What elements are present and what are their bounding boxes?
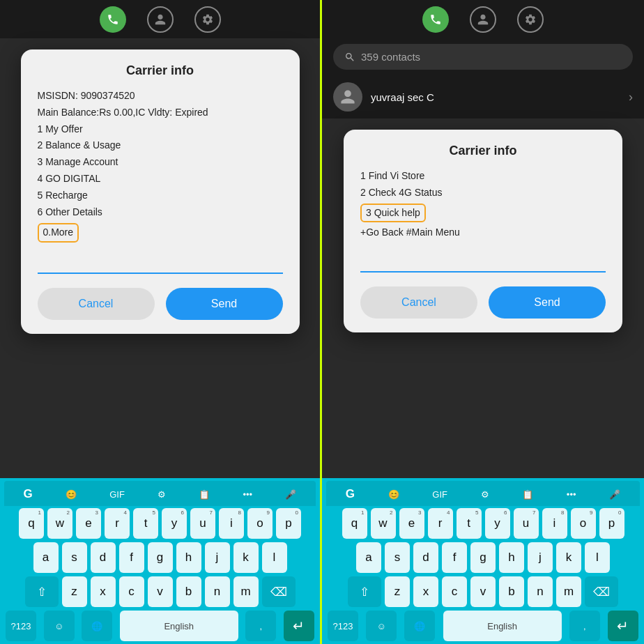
right-kb-r[interactable]: 4r — [428, 508, 453, 539]
left-kb-d[interactable]: d — [91, 542, 116, 573]
left-kb-g[interactable]: g — [148, 542, 173, 573]
left-kb-emoji-bottom[interactable]: ☺ — [44, 611, 75, 641]
left-contact-icon[interactable] — [147, 6, 174, 33]
left-kb-t[interactable]: 5t — [133, 508, 158, 539]
left-phone-icon[interactable] — [100, 6, 126, 33]
left-kb-s[interactable]: s — [62, 542, 87, 573]
left-kb-k[interactable]: k — [233, 542, 259, 573]
right-kb-y[interactable]: 6y — [485, 508, 510, 539]
right-kb-t[interactable]: 5t — [457, 508, 482, 539]
right-cancel-button[interactable]: Cancel — [360, 286, 477, 319]
left-kb-f[interactable]: f — [119, 542, 144, 573]
left-gear-icon[interactable] — [194, 6, 221, 33]
left-highlighted-option[interactable]: 0.More — [38, 223, 79, 243]
right-kb-shift[interactable]: ⇧ — [348, 576, 381, 607]
right-kb-g[interactable]: g — [470, 542, 496, 573]
left-kb-l[interactable]: l — [262, 542, 287, 573]
right-kb-h[interactable]: h — [499, 542, 524, 573]
right-kb-f[interactable]: f — [442, 542, 467, 573]
left-kb-u[interactable]: 7u — [190, 508, 215, 539]
right-kb-x[interactable]: x — [413, 576, 438, 607]
right-keyboard: G 😊 GIF ⚙ 📋 ••• 🎤 1q 2w 3e 4r 5t 6y 7u 8… — [322, 478, 644, 644]
right-kb-l[interactable]: l — [585, 542, 610, 573]
left-kb-b[interactable]: b — [176, 576, 201, 607]
left-kb-comma[interactable]: , — [245, 611, 276, 641]
left-kb-shift[interactable]: ⇧ — [25, 576, 59, 607]
left-kb-j[interactable]: j — [205, 542, 230, 573]
right-kb-e[interactable]: 3e — [399, 508, 424, 539]
left-kb-emoji[interactable]: 😊 — [62, 487, 80, 502]
right-kb-more[interactable]: ••• — [563, 487, 580, 502]
right-send-button[interactable]: Send — [489, 286, 606, 319]
right-kb-c[interactable]: c — [442, 576, 467, 607]
left-kb-q[interactable]: 1q — [19, 508, 44, 539]
right-kb-q[interactable]: 1q — [342, 508, 367, 539]
right-kb-clipboard[interactable]: 📋 — [519, 487, 537, 502]
right-kb-enter[interactable]: ↵ — [608, 611, 638, 641]
right-kb-globe[interactable]: 🌐 — [404, 611, 435, 641]
left-kb-google[interactable]: G — [20, 485, 36, 503]
left-dialog-input[interactable] — [38, 252, 283, 274]
left-kb-space[interactable]: English — [120, 611, 238, 641]
right-kb-d[interactable]: d — [413, 542, 438, 573]
right-kb-backspace[interactable]: ⌫ — [585, 576, 618, 607]
right-kb-m[interactable]: m — [556, 576, 581, 607]
left-kb-m[interactable]: m — [233, 576, 259, 607]
left-kb-gif[interactable]: GIF — [106, 487, 128, 502]
right-phone-icon[interactable] — [422, 6, 449, 33]
left-kb-mic[interactable]: 🎤 — [282, 487, 300, 502]
left-dialog-line-5: 3 Manage Account — [38, 154, 283, 171]
left-send-button[interactable]: Send — [166, 288, 283, 320]
left-kb-i[interactable]: 8i — [219, 508, 244, 539]
right-kb-settings[interactable]: ⚙ — [477, 487, 493, 502]
left-kb-p[interactable]: 0p — [276, 508, 301, 539]
right-contact-row[interactable]: yuvraaj sec C › — [322, 75, 644, 118]
right-kb-gif[interactable]: GIF — [429, 487, 451, 502]
right-kb-space[interactable]: English — [443, 611, 562, 641]
right-kb-google[interactable]: G — [342, 485, 358, 503]
left-kb-num-toggle[interactable]: ?123 — [6, 611, 36, 641]
right-dialog-input[interactable] — [360, 251, 606, 273]
right-gear-icon[interactable] — [517, 6, 544, 33]
left-kb-clipboard[interactable]: 📋 — [195, 487, 213, 502]
right-kb-j[interactable]: j — [528, 542, 553, 573]
left-kb-x[interactable]: x — [91, 576, 116, 607]
left-cancel-button[interactable]: Cancel — [38, 288, 155, 320]
right-kb-k[interactable]: k — [556, 542, 581, 573]
left-kb-z[interactable]: z — [62, 576, 87, 607]
left-kb-more[interactable]: ••• — [240, 487, 256, 502]
right-search-bar[interactable]: 359 contacts — [333, 44, 633, 70]
right-kb-v[interactable]: v — [470, 576, 496, 607]
right-kb-w[interactable]: 2w — [371, 508, 396, 539]
left-kb-a[interactable]: a — [33, 542, 59, 573]
left-kb-y[interactable]: 6y — [162, 508, 187, 539]
left-kb-n[interactable]: n — [205, 576, 230, 607]
right-kb-o[interactable]: 9o — [571, 508, 596, 539]
right-kb-u[interactable]: 7u — [514, 508, 539, 539]
left-kb-r[interactable]: 4r — [105, 508, 130, 539]
left-kb-h[interactable]: h — [176, 542, 201, 573]
left-kb-o[interactable]: 9o — [247, 508, 273, 539]
right-kb-p[interactable]: 0p — [599, 508, 624, 539]
left-kb-globe[interactable]: 🌐 — [82, 611, 112, 641]
right-kb-i[interactable]: 8i — [542, 508, 567, 539]
right-kb-num-toggle[interactable]: ?123 — [328, 611, 358, 641]
right-highlighted-option[interactable]: 3 Quick help — [360, 204, 426, 223]
right-kb-comma[interactable]: , — [569, 611, 600, 641]
right-kb-b[interactable]: b — [499, 576, 524, 607]
left-kb-backspace[interactable]: ⌫ — [262, 576, 296, 607]
right-contact-icon[interactable] — [470, 6, 496, 33]
left-kb-settings[interactable]: ⚙ — [154, 487, 169, 502]
left-kb-w[interactable]: 2w — [47, 508, 72, 539]
left-kb-c[interactable]: c — [119, 576, 144, 607]
right-kb-emoji-bottom[interactable]: ☺ — [366, 611, 397, 641]
right-kb-mic[interactable]: 🎤 — [606, 487, 624, 502]
right-kb-a[interactable]: a — [356, 542, 381, 573]
left-kb-e[interactable]: 3e — [76, 508, 101, 539]
left-kb-enter[interactable]: ↵ — [284, 611, 314, 641]
right-kb-n[interactable]: n — [528, 576, 553, 607]
right-kb-z[interactable]: z — [385, 576, 410, 607]
left-kb-v[interactable]: v — [148, 576, 173, 607]
right-kb-emoji[interactable]: 😊 — [385, 487, 403, 502]
right-kb-s[interactable]: s — [385, 542, 410, 573]
